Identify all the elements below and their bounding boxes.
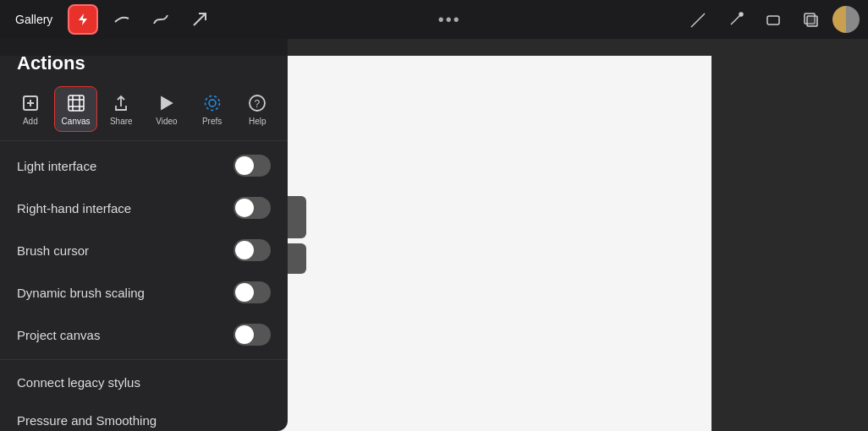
side-button-1[interactable] <box>288 196 306 238</box>
share-tab-icon <box>110 92 132 114</box>
video-tab-icon <box>156 92 178 114</box>
project-canvas-label: Project canvas <box>17 328 100 342</box>
brush-cursor-label: Brush cursor <box>17 243 89 258</box>
brush-style-button-1[interactable] <box>107 4 137 35</box>
svg-rect-5 <box>767 16 779 25</box>
eraser-tool-button[interactable] <box>758 4 788 35</box>
layers-icon <box>801 10 820 29</box>
s-curve-icon <box>152 14 169 25</box>
right-hand-interface-label: Right-hand interface <box>17 201 131 216</box>
project-canvas-toggle[interactable] <box>233 324 271 346</box>
three-dots: ••• <box>438 10 461 30</box>
dynamic-brush-scaling-label: Dynamic brush scaling <box>17 286 145 300</box>
tab-help-label: Help <box>249 117 266 126</box>
dynamic-brush-scaling-row[interactable]: Dynamic brush scaling <box>0 271 288 314</box>
tab-share-label: Share <box>110 117 133 126</box>
toolbar: Gallery ••• <box>0 0 868 39</box>
actions-panel: Actions Add <box>0 39 288 431</box>
project-canvas-row[interactable]: Project canvas <box>0 314 288 356</box>
tab-bar: Add Canvas <box>0 83 288 140</box>
right-hand-interface-toggle[interactable] <box>233 197 271 219</box>
right-hand-interface-row[interactable]: Right-hand interface <box>0 187 288 229</box>
prefs-tab-icon <box>201 92 223 114</box>
tab-prefs[interactable]: Prefs <box>190 87 234 131</box>
tab-prefs-label: Prefs <box>202 117 222 126</box>
add-tab-icon <box>19 92 41 114</box>
side-button-2[interactable] <box>288 243 306 274</box>
arrow-button[interactable] <box>184 4 215 35</box>
gallery-button[interactable]: Gallery <box>8 9 59 30</box>
actions-title: Actions <box>0 39 288 83</box>
tab-video[interactable]: Video <box>145 87 189 131</box>
left-side-buttons <box>288 196 306 274</box>
toolbar-center: ••• <box>438 10 461 30</box>
arrow-icon <box>192 12 207 27</box>
toolbar-left: Gallery <box>8 4 215 35</box>
svg-line-1 <box>194 14 206 25</box>
toolbar-right <box>684 4 860 35</box>
svg-rect-11 <box>69 95 84 111</box>
svg-text:?: ? <box>255 98 261 110</box>
smudge-icon <box>727 10 745 29</box>
svg-point-18 <box>205 96 219 111</box>
light-interface-row[interactable]: Light interface <box>0 145 288 187</box>
menu-section: Connect legacy stylus Pressure and Smoot… <box>0 359 288 431</box>
pencil-icon <box>689 10 708 29</box>
help-tab-icon: ? <box>246 92 268 114</box>
pencil-tool-button[interactable] <box>684 4 714 35</box>
toggle-section: Light interface Right-hand interface Bru… <box>0 140 288 359</box>
actions-icon-button[interactable] <box>68 4 98 35</box>
light-interface-label: Light interface <box>17 159 96 173</box>
svg-point-4 <box>739 13 743 16</box>
svg-point-17 <box>209 100 216 106</box>
smudge-tool-button[interactable] <box>721 4 751 35</box>
tab-canvas-label: Canvas <box>62 117 91 126</box>
light-interface-toggle[interactable] <box>233 155 271 177</box>
canvas-tab-icon <box>65 92 87 114</box>
svg-marker-16 <box>162 97 172 109</box>
dynamic-brush-scaling-toggle[interactable] <box>233 281 271 303</box>
lightning-icon <box>75 12 91 27</box>
brush-style-button-2[interactable] <box>146 4 176 35</box>
tab-add-label: Add <box>23 117 38 126</box>
pressure-and-smoothing-row[interactable]: Pressure and Smoothing <box>0 401 288 431</box>
svg-marker-0 <box>79 14 87 25</box>
connect-legacy-stylus-row[interactable]: Connect legacy stylus <box>0 363 288 401</box>
svg-line-3 <box>691 25 693 27</box>
tab-video-label: Video <box>156 117 177 126</box>
tab-add[interactable]: Add <box>8 87 52 131</box>
canvas-right-dark <box>711 39 868 431</box>
brush-cursor-row[interactable]: Brush cursor <box>0 229 288 271</box>
tab-help[interactable]: ? Help <box>235 87 279 131</box>
tab-share[interactable]: Share <box>99 87 143 131</box>
connect-legacy-stylus-label: Connect legacy stylus <box>17 375 140 390</box>
color-swatch[interactable] <box>832 6 860 33</box>
svg-rect-7 <box>807 16 817 26</box>
brush-stroke-icon <box>113 14 130 25</box>
layers-button[interactable] <box>795 4 826 35</box>
main-area: Actions Add <box>0 39 868 431</box>
pressure-and-smoothing-label: Pressure and Smoothing <box>17 413 157 428</box>
brush-cursor-toggle[interactable] <box>233 239 271 261</box>
tab-canvas[interactable]: Canvas <box>54 86 98 132</box>
svg-line-2 <box>693 14 705 25</box>
eraser-icon <box>764 10 783 29</box>
